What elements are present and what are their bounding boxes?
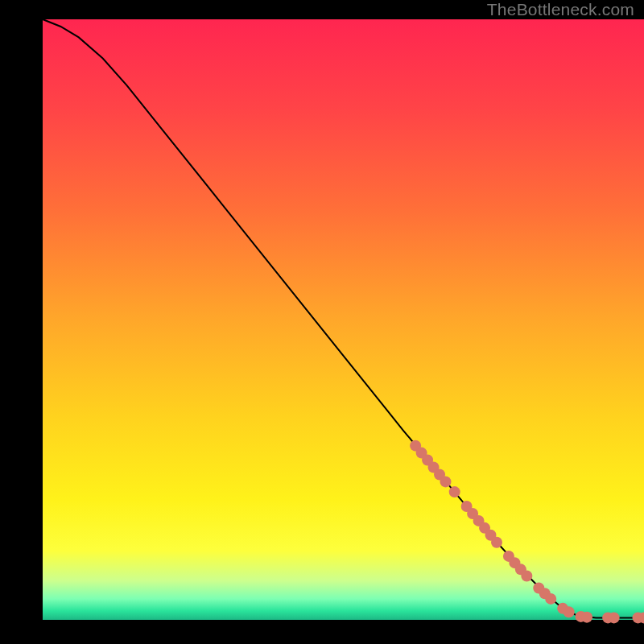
curve-marker — [491, 537, 502, 548]
curve-marker — [440, 476, 451, 487]
curve-chart — [0, 0, 644, 644]
curve-marker — [521, 571, 532, 582]
curve-marker — [581, 612, 592, 623]
curve-marker — [545, 593, 556, 605]
curve-marker — [609, 612, 620, 623]
curve-marker — [564, 606, 575, 617]
curve-marker — [449, 486, 460, 497]
chart-container: TheBottleneck.com — [0, 0, 644, 644]
plot-background — [43, 19, 644, 620]
